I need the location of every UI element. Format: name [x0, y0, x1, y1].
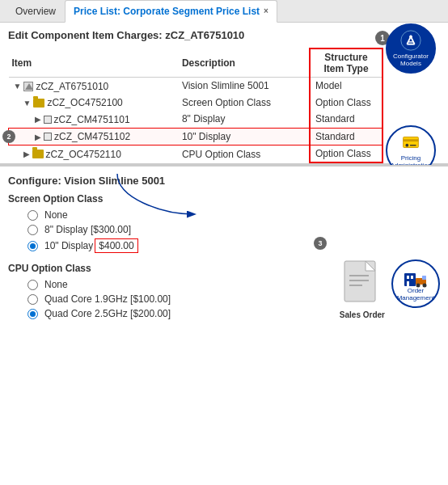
desc-cell: Vision Slimline 5001: [179, 78, 310, 95]
col-structure: StructureItem Type: [310, 48, 382, 78]
radio-none-screen[interactable]: [27, 210, 38, 221]
svg-rect-14: [404, 273, 416, 286]
expand-icon: ▼: [14, 82, 22, 91]
option-label: Quad Core 1.9GHz [$100.00]: [44, 293, 171, 305]
option-none-screen[interactable]: None: [8, 208, 440, 222]
col-description: Description: [179, 48, 310, 78]
radio-quad25[interactable]: [27, 309, 38, 319]
right-icon-panel: Configurator Models Pricing Administrati…: [382, 23, 440, 175]
svg-point-1: [409, 36, 412, 39]
tab-overview[interactable]: Overview: [6, 0, 65, 23]
component-icon: [44, 133, 52, 141]
screen-option-group: Screen Option Class None 8" Display [$30…: [8, 193, 440, 255]
order-mgmt-button[interactable]: Order Management: [391, 259, 440, 308]
item-name: zCZ_OC4752100: [47, 97, 122, 108]
order-mgmt-icon: [403, 265, 429, 288]
item-name: zCZ_CM4751101: [54, 114, 130, 125]
price-highlighted: $400.00: [95, 238, 137, 253]
item-cell: 2 ▶ zCZ_CM4751102: [9, 128, 179, 146]
table-row[interactable]: ▼ zCZ_AT6751010 Vision Slimline 5001 Mod…: [9, 78, 383, 95]
item-table: Item Description StructureItem Type: [8, 48, 383, 163]
svg-point-6: [405, 144, 408, 147]
option-label: None: [44, 279, 68, 290]
option-label: 8" Display [$300.00]: [44, 224, 131, 235]
badge-2: 2: [2, 130, 15, 143]
item-cell: ▼ zCZ_AT6751010: [9, 78, 179, 95]
expand-icon: ▼: [23, 99, 32, 108]
desc-cell: CPU Option Class: [179, 146, 310, 163]
radio-none-cpu[interactable]: [27, 280, 38, 290]
radio-8display[interactable]: [27, 225, 38, 235]
sales-order-area: Sales Order Order Ma: [340, 259, 440, 319]
item-name: zCZ_OC4752110: [46, 149, 121, 160]
option-10display[interactable]: 10" Display $400.00 3: [8, 237, 440, 255]
svg-point-0: [401, 31, 421, 50]
desc-cell: Screen Option Class: [179, 95, 310, 112]
option-label: Quad Core 2.5GHz [$200.00]: [44, 308, 171, 319]
table-row-highlighted[interactable]: 2 ▶ zCZ_CM4751102 10" Display Standard: [9, 128, 383, 146]
folder-icon: [32, 150, 44, 158]
structure-cell: Standard: [310, 128, 382, 146]
col-item: Item: [9, 48, 179, 78]
svg-rect-15: [407, 276, 409, 279]
sales-order-doc-icon: [343, 259, 382, 306]
structure-cell: Option Class: [310, 146, 382, 163]
radio-10display[interactable]: [27, 241, 38, 251]
configurator-models-button[interactable]: Configurator Models: [386, 23, 436, 74]
svg-rect-5: [404, 139, 419, 141]
table-row[interactable]: ▶ zCZ_CM4751101 8" Display Standard: [9, 111, 383, 128]
structure-cell: Model: [310, 78, 382, 95]
configurator-label: Configurator Models: [387, 53, 434, 68]
bottom-section: Configure: Vision Slimline 5001 Screen O…: [0, 165, 448, 335]
svg-rect-16: [411, 276, 413, 279]
expand-icon: ▶: [23, 150, 30, 158]
item-name: zCZ_AT6751010: [36, 81, 108, 92]
configure-title: Configure: Vision Slimline 5001: [8, 175, 440, 187]
table-row[interactable]: ▶ zCZ_OC4752110 CPU Option Class Option …: [9, 146, 383, 163]
component-icon: [44, 116, 52, 124]
item-cell: ▼ zCZ_OC4752100: [9, 95, 179, 112]
item-name: zCZ_CM4751102: [54, 131, 130, 142]
tab-price-list[interactable]: Price List: Corporate Segment Price List…: [65, 0, 277, 23]
structure-cell: Standard: [310, 111, 382, 128]
svg-rect-17: [407, 281, 409, 286]
expand-icon: ▶: [35, 133, 41, 141]
radio-quad19[interactable]: [27, 294, 38, 305]
folder-icon: [33, 99, 44, 108]
item-cell: ▶ zCZ_OC4752110: [9, 146, 179, 163]
order-mgmt-label: Order Management: [393, 288, 438, 302]
screen-option-label: Screen Option Class: [8, 193, 440, 205]
option-label: 10" Display: [44, 240, 93, 251]
option-8display[interactable]: 8" Display [$300.00]: [8, 222, 440, 237]
badge-3: 3: [314, 237, 327, 250]
option-label: None: [44, 209, 68, 221]
desc-cell: 10" Display: [179, 128, 310, 146]
structure-cell: Option Class: [310, 95, 382, 112]
desc-cell: 8" Display: [179, 111, 310, 128]
expand-icon: ▶: [35, 115, 41, 124]
top-section: 1 Edit Component Item Charges: zCZ_AT675…: [0, 23, 448, 165]
tab-close-icon[interactable]: ×: [264, 6, 268, 15]
table-row[interactable]: ▼ zCZ_OC4752100 Screen Option Class Opti…: [9, 95, 383, 112]
sales-order-label: Sales Order: [340, 310, 385, 319]
tab-bar: Overview Price List: Corporate Segment P…: [0, 0, 448, 23]
main-container: Overview Price List: Corporate Segment P…: [0, 0, 448, 485]
svg-rect-19: [422, 276, 426, 280]
item-cell: ▶ zCZ_CM4751101: [9, 111, 179, 128]
svg-rect-4: [404, 137, 419, 148]
